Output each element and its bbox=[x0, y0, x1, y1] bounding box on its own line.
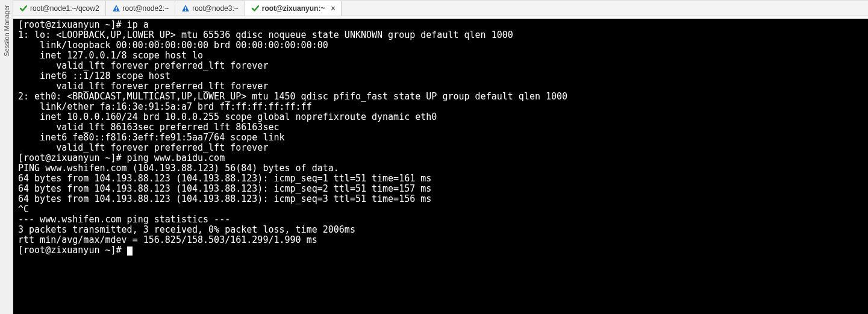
check-icon bbox=[251, 4, 260, 13]
svg-rect-0 bbox=[116, 7, 117, 10]
tab-1[interactable]: root@node2:~ bbox=[106, 1, 176, 16]
tab-2[interactable]: root@node3:~ bbox=[175, 1, 245, 16]
session-manager-sidebar[interactable]: Session Manager bbox=[0, 0, 13, 314]
tab-label: root@zixuanyun:~ bbox=[262, 4, 325, 13]
terminal-cursor bbox=[127, 246, 133, 256]
alert-icon bbox=[181, 4, 190, 13]
terminal-wrapper[interactable]: [root@zixuanyun ~]# ip a 1: lo: <LOOPBAC… bbox=[13, 16, 868, 314]
svg-rect-2 bbox=[185, 7, 186, 10]
tab-3[interactable]: root@zixuanyun:~× bbox=[245, 1, 342, 16]
svg-rect-1 bbox=[116, 10, 117, 11]
terminal-output: [root@zixuanyun ~]# ip a 1: lo: <LOOPBAC… bbox=[18, 20, 868, 256]
check-icon bbox=[19, 4, 28, 13]
tab-label: root@node2:~ bbox=[123, 4, 169, 13]
tab-label: root@node1:~/qcow2 bbox=[30, 4, 99, 13]
tab-bar: root@node1:~/qcow2root@node2:~root@node3… bbox=[13, 1, 868, 16]
svg-rect-3 bbox=[185, 10, 186, 11]
tab-label: root@node3:~ bbox=[192, 4, 239, 13]
main-area: root@node1:~/qcow2root@node2:~root@node3… bbox=[13, 0, 868, 314]
tab-0[interactable]: root@node1:~/qcow2 bbox=[13, 1, 106, 16]
session-manager-label: Session Manager bbox=[3, 5, 10, 57]
close-icon[interactable]: × bbox=[331, 4, 335, 13]
alert-icon bbox=[112, 4, 120, 13]
